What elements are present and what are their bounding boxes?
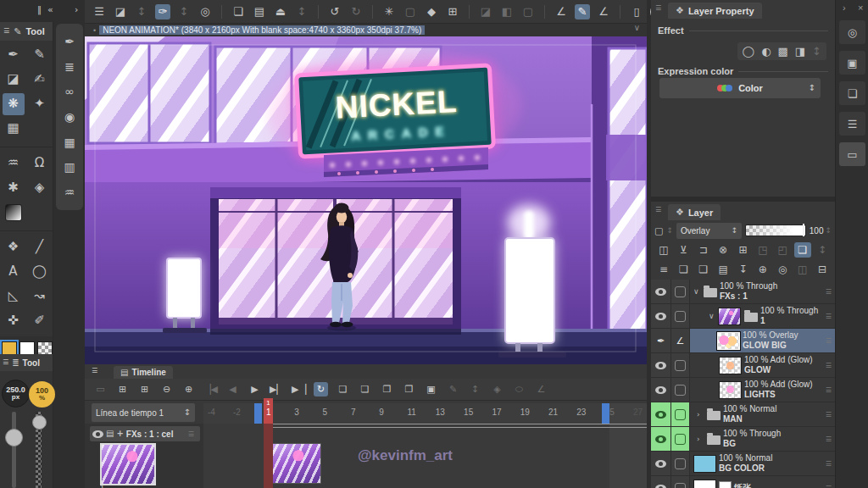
operation-chevrons-icon[interactable]: ↕ <box>176 4 192 19</box>
light-table-icon[interactable]: ▣ <box>424 382 438 396</box>
tab-layer[interactable]: ❖ Layer <box>668 204 721 220</box>
track-visibility-toggle[interactable] <box>92 430 103 438</box>
layer-menu-icon[interactable]: ☰ <box>826 386 832 394</box>
link-palette-icon[interactable]: ∞ <box>64 86 75 97</box>
layer-menu-icon[interactable]: ☰ <box>826 337 832 345</box>
layer-thumbnail[interactable] <box>693 480 716 488</box>
layer-menu-icon[interactable]: ☰ <box>826 460 832 468</box>
redo-icon[interactable]: ↻ <box>348 4 364 19</box>
cel-duration-bar[interactable] <box>264 424 647 428</box>
layer-color-icon[interactable]: ◨ <box>795 46 805 57</box>
layer-visibility-toggle[interactable] <box>655 313 666 320</box>
transfer-to-layer-below-icon[interactable]: ↧ <box>735 262 752 277</box>
clip-studio-spiral-icon[interactable]: ◎ <box>198 4 213 19</box>
layer-visibility-toggle[interactable] <box>655 288 666 296</box>
pin-icon[interactable]: ‖ <box>37 6 42 14</box>
effect-chevrons-icon[interactable]: ↕ <box>812 46 821 57</box>
canvas[interactable]: NICKEL NICKEL ARCADE <box>85 36 647 364</box>
fill-icon[interactable]: ◆ <box>424 4 439 19</box>
layer-expand-chevron-icon[interactable]: › <box>697 435 706 443</box>
layer-expand-chevron-icon[interactable]: ∨ <box>709 312 718 320</box>
operation-selected-icon[interactable]: ✑ <box>155 4 170 19</box>
layer-visibility-toggle[interactable] <box>655 485 666 488</box>
eyedropper-tool-icon[interactable]: ✐ <box>29 310 51 332</box>
save-file-icon[interactable]: ⏏ <box>273 4 288 19</box>
layer-menu-icon[interactable]: ☰ <box>826 485 832 488</box>
palette-menu-icon[interactable]: ☰ <box>3 359 8 366</box>
layer-visibility-toggle[interactable] <box>655 362 666 369</box>
blend-palette-icon[interactable]: ♒ <box>64 186 75 198</box>
layer-search-palette[interactable]: ❏ <box>839 81 865 105</box>
layer-row[interactable]: ∨100 % ThroughFXs : 1☰ <box>651 280 835 304</box>
layer-checkbox[interactable] <box>675 458 686 469</box>
layer-row[interactable]: 100 % NormalBG COLOR☰ <box>651 452 835 476</box>
new-animation-cel-icon[interactable]: ❏ <box>336 382 350 396</box>
new-raster-layer-icon[interactable]: ❏ <box>675 262 692 277</box>
new-timeline-icon[interactable]: ⊞ <box>137 382 152 396</box>
subtool-detail-palette[interactable]: ▭ <box>839 142 865 166</box>
layer-opacity-slider[interactable] <box>745 225 805 236</box>
loop-playback-icon[interactable]: ↻ <box>314 382 328 396</box>
deselect-icon[interactable]: ◪ <box>478 4 493 19</box>
flip-options-chevrons-icon[interactable]: ↕ <box>134 4 149 19</box>
zoom-out-icon[interactable]: ⊖ <box>159 382 174 396</box>
fill-tool-icon[interactable]: ◈ <box>29 177 51 199</box>
lock-layer-icon[interactable]: ⊗ <box>715 242 732 258</box>
layer-expand-chevron-icon[interactable]: › <box>697 410 706 419</box>
layer-visibility-toggle[interactable] <box>655 411 666 419</box>
open-file-icon[interactable]: ▤ <box>252 4 267 19</box>
new-layer-folder-icon[interactable]: ▤ <box>715 262 732 277</box>
blend-mode-dropdown[interactable]: Overlay ↕ <box>676 223 742 239</box>
merge-with-layer-below-icon[interactable]: ⊕ <box>754 262 771 277</box>
layer-menu-icon[interactable]: ☰ <box>826 411 832 419</box>
chevrons-dim-icon[interactable]: ↕ <box>468 382 482 396</box>
text-tool-icon[interactable]: A <box>3 261 25 283</box>
sub-tool-pen-icon[interactable]: ✒ <box>64 36 75 47</box>
airbrush-tool-icon[interactable]: ❋ <box>3 93 25 115</box>
correct-line-tool-icon[interactable]: ↝ <box>29 286 51 308</box>
expand-right-icon[interactable]: › <box>75 5 78 14</box>
last-frame-icon[interactable]: ▶▕ <box>292 382 306 396</box>
layer-list-view-icon[interactable]: ≡ <box>655 262 672 277</box>
draft-layer-dim-icon[interactable]: ◰ <box>774 242 791 258</box>
pen-tool-icon[interactable]: ✒ <box>3 44 25 66</box>
new-layer-settings-icon[interactable]: ❏ <box>695 262 712 277</box>
eraser-tool-icon[interactable]: ◪ <box>3 69 25 91</box>
frame-border-tool-icon[interactable]: ▦ <box>3 118 25 140</box>
layer-expand-chevron-icon[interactable]: ∨ <box>693 287 703 296</box>
clip-to-layer-below-icon[interactable]: ⊐ <box>695 242 712 258</box>
layer-menu-icon[interactable]: ☰ <box>826 435 832 443</box>
layer-row[interactable]: 100 % Add (Glow)LIGHTS☰ <box>651 378 835 402</box>
decoration-tool-icon[interactable]: ✦ <box>29 93 51 115</box>
timeline-list-icon[interactable]: ▭ <box>93 382 108 396</box>
timeline-settings-icon[interactable]: ⊞ <box>115 382 130 396</box>
expand-panel-icon[interactable]: › <box>843 3 846 13</box>
layer-menu-icon[interactable]: ☰ <box>826 313 832 320</box>
companion-mode-icon[interactable]: ▯ <box>629 4 644 19</box>
layer-row[interactable]: ∨100 % Through1☰ <box>651 304 835 329</box>
track-menu-icon[interactable]: ☰ <box>188 430 194 438</box>
brush-opacity-slider-handle[interactable] <box>32 415 47 430</box>
onion-skin-next-icon[interactable]: ❐ <box>402 382 416 396</box>
line-tool-icon[interactable]: ╱ <box>29 236 51 258</box>
auto-select-tool-icon[interactable]: ✱ <box>3 177 25 199</box>
blend-tool-icon[interactable]: ✍ <box>29 69 51 91</box>
layer-checkbox[interactable] <box>675 311 686 322</box>
collapse-left-icon[interactable]: « <box>47 5 53 14</box>
lasso-tool-icon[interactable]: Ω <box>29 152 51 175</box>
pencil-tool-icon[interactable]: ✎ <box>29 44 51 66</box>
layer-visibility-toggle[interactable] <box>655 460 666 468</box>
track-header[interactable]: ▤ + FXs : 1 : cel ☰ <box>90 426 200 441</box>
tab-timeline[interactable]: ▤ Timeline <box>114 366 173 379</box>
undo-icon[interactable]: ↺ <box>327 4 342 19</box>
gradient-tool-icon[interactable] <box>5 204 22 221</box>
record-palette-icon[interactable]: ◉ <box>64 111 75 123</box>
playback-start-marker[interactable] <box>254 403 262 424</box>
onion-dim-icon[interactable]: ⬭ <box>512 382 526 396</box>
palette-menu-icon[interactable]: ☰ <box>655 207 661 214</box>
prev-frame-icon[interactable]: ◀ <box>225 382 240 396</box>
crop-icon[interactable]: ⊞ <box>445 4 460 19</box>
quick-access-palette[interactable]: ◎ <box>839 20 865 44</box>
layer-row[interactable]: ›100 % ThroughBG☰ <box>651 427 835 452</box>
layer-row[interactable]: 纸张☰ <box>651 476 835 488</box>
